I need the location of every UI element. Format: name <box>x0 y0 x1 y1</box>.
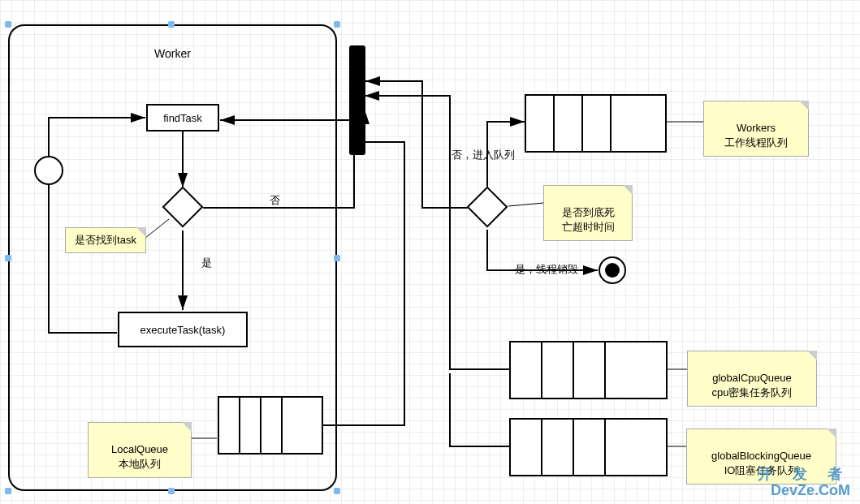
decision-timeout-note-text: 是否到底死 亡超时时间 <box>562 206 615 233</box>
decision-found-task-note: 是否找到task <box>65 227 146 253</box>
workers-queue-note: Workers 工作线程队列 <box>703 101 809 157</box>
resize-handle[interactable] <box>168 21 175 28</box>
execute-task-box: executeTask(task) <box>118 312 248 347</box>
workers-queue <box>525 94 667 153</box>
resize-handle[interactable] <box>334 255 340 261</box>
branch-no-label: 否 <box>270 193 280 208</box>
worker-title: Worker <box>154 47 191 60</box>
watermark-en: DevZe.CoM <box>758 483 850 499</box>
watermark-zh: 开 发 者 <box>758 467 850 483</box>
local-queue <box>218 396 323 454</box>
resize-handle[interactable] <box>5 255 11 261</box>
cpu-queue-note: globalCpuQueue cpu密集任务队列 <box>687 351 817 407</box>
branch-destroy-label: 是，线程销毁 <box>515 262 578 277</box>
blocking-queue <box>509 418 668 476</box>
workers-queue-note-text: Workers 工作线程队列 <box>724 122 788 149</box>
execute-task-label: executeTask(task) <box>140 324 226 336</box>
find-task-box: findTask <box>146 104 219 131</box>
resize-handle[interactable] <box>334 488 340 494</box>
cpu-queue-note-text: globalCpuQueue cpu密集任务队列 <box>712 372 793 398</box>
cpu-queue <box>509 341 668 399</box>
local-queue-note-text: LocalQueue 本地队列 <box>111 443 168 470</box>
branch-yes-label: 是 <box>201 256 212 270</box>
decision-timeout <box>467 187 508 228</box>
resize-handle[interactable] <box>334 21 340 28</box>
find-task-label: findTask <box>163 112 202 124</box>
loop-node <box>34 156 63 185</box>
resize-handle[interactable] <box>5 21 11 28</box>
resize-handle[interactable] <box>5 488 11 494</box>
end-circle <box>599 256 626 284</box>
branch-enter-queue-label: 否，进入队列 <box>452 148 515 162</box>
fork-bar <box>349 45 365 155</box>
local-queue-note: LocalQueue 本地队列 <box>88 422 192 478</box>
decision-found-task-note-text: 是否找到task <box>75 234 136 246</box>
decision-timeout-note: 是否到底死 亡超时时间 <box>543 185 633 241</box>
watermark: 开 发 者 DevZe.CoM <box>758 467 850 499</box>
resize-handle[interactable] <box>168 488 175 494</box>
